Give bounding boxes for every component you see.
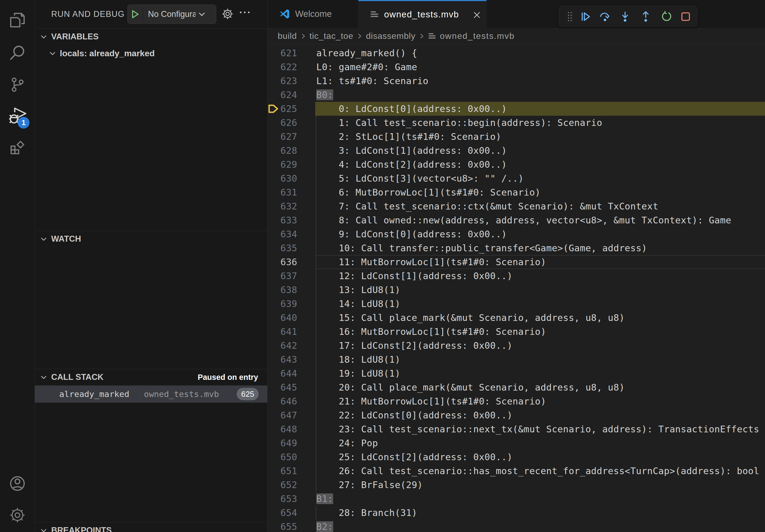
line-number[interactable]: 640 [268, 311, 297, 325]
line-number[interactable]: 621 [268, 46, 297, 60]
settings-gear-icon[interactable] [0, 500, 35, 530]
code-line-649[interactable]: 24: Pop [316, 436, 378, 450]
more-actions-icon[interactable]: ··· [239, 0, 252, 27]
line-number[interactable]: 624 [268, 88, 297, 102]
search-icon[interactable] [0, 38, 35, 68]
code-line-647[interactable]: 22: LdConst[0](address: 0x00..) [316, 408, 512, 422]
line-number[interactable]: 653 [268, 492, 297, 506]
files-icon[interactable] [0, 5, 35, 35]
drag-handle[interactable] [564, 11, 576, 23]
code-line-650[interactable]: 25: LdConst[2](address: 0x00..) [316, 450, 512, 464]
section-watch[interactable]: WATCH [35, 231, 267, 247]
breadcrumb-item[interactable]: disassembly [366, 31, 415, 41]
start-debug-button[interactable] [128, 5, 143, 24]
line-number[interactable]: 637 [268, 269, 297, 283]
code-line-644[interactable]: 19: LdU8(1) [316, 367, 400, 381]
line-number[interactable]: 647 [268, 408, 297, 422]
code-line-653[interactable]: B1: [316, 492, 333, 506]
restart-button[interactable] [661, 11, 672, 23]
line-number[interactable]: 636 [268, 255, 297, 269]
code-line-635[interactable]: 10: Call transfer::public_transfer<Game>… [316, 241, 647, 255]
debug-launch-control[interactable]: No Configurations [127, 5, 216, 24]
line-number[interactable]: 644 [268, 367, 297, 381]
line-number[interactable]: 655 [268, 520, 297, 532]
breadcrumb-item[interactable]: tic_tac_toe [310, 31, 354, 41]
code-line-648[interactable]: 23: Call test_scenario::next_tx(&mut Sce… [316, 422, 759, 436]
line-number[interactable]: 627 [268, 130, 297, 143]
line-number[interactable]: 646 [268, 394, 297, 408]
code-line-621[interactable]: already_marked() { [316, 46, 417, 60]
line-number[interactable]: 642 [268, 339, 297, 353]
line-number[interactable]: 628 [268, 143, 297, 157]
line-number[interactable]: 638 [268, 283, 297, 297]
line-number[interactable]: 651 [268, 464, 297, 478]
extensions-icon[interactable] [0, 133, 35, 162]
code-line-632[interactable]: 7: Call test_scenario::ctx(&mut Scenario… [316, 199, 658, 213]
tab-owned-tests[interactable]: owned_tests.mvb [359, 0, 486, 28]
code-line-636[interactable]: 11: MutBorrowLoc[1](ts#1#0: Scenario) [316, 255, 546, 269]
code-line-652[interactable]: 27: BrFalse(29) [316, 478, 423, 492]
account-icon[interactable] [0, 469, 35, 498]
line-number[interactable]: 622 [268, 60, 297, 74]
line-number[interactable]: 632 [268, 199, 297, 213]
code-line-638[interactable]: 13: LdU8(1) [316, 283, 400, 297]
code-line-639[interactable]: 14: LdU8(1) [316, 297, 400, 311]
code-line-623[interactable]: L1: ts#1#0: Scenario [316, 74, 428, 88]
line-number[interactable]: 654 [268, 506, 297, 520]
call-stack-frame[interactable]: already_marked owned_tests.mvb 625 [35, 386, 267, 402]
code-editor[interactable]: 621already_marked() {622L0: game#2#0: Ga… [268, 45, 765, 532]
breadcrumb-item[interactable]: owned_tests.mvb [440, 31, 515, 41]
code-line-640[interactable]: 15: Call place_mark(&mut Scenario, addre… [316, 311, 625, 325]
code-line-622[interactable]: L0: game#2#0: Game [316, 60, 417, 74]
line-number[interactable]: 623 [268, 74, 297, 88]
variables-scope-locals[interactable]: locals: already_marked [35, 45, 267, 62]
debug-settings-gear-icon[interactable] [220, 6, 236, 22]
line-number[interactable]: 626 [268, 116, 297, 130]
code-line-646[interactable]: 21: MutBorrowLoc[1](ts#1#0: Scenario) [316, 394, 546, 408]
code-line-627[interactable]: 2: StLoc[1](ts#1#0: Scenario) [316, 130, 501, 143]
section-breakpoints[interactable]: BREAKPOINTS [35, 522, 267, 532]
code-line-625[interactable]: 0: LdConst[0](address: 0x00..) [316, 102, 507, 116]
code-line-633[interactable]: 8: Call owned::new(address, address, vec… [316, 213, 731, 227]
line-number[interactable]: 631 [268, 185, 297, 199]
line-number[interactable]: 650 [268, 450, 297, 464]
code-line-637[interactable]: 12: LdConst[1](address: 0x00..) [316, 269, 512, 283]
code-line-655[interactable]: B2: [316, 520, 333, 532]
breadcrumb-item[interactable]: build [278, 31, 297, 41]
code-line-634[interactable]: 9: LdConst[0](address: 0x00..) [316, 227, 507, 241]
code-line-651[interactable]: 26: Call test_scenario::has_most_recent_… [316, 464, 759, 478]
source-control-icon[interactable] [0, 70, 35, 100]
code-line-643[interactable]: 18: LdU8(1) [316, 353, 400, 367]
code-line-641[interactable]: 16: MutBorrowLoc[1](ts#1#0: Scenario) [316, 325, 546, 339]
step-out-button[interactable] [640, 11, 652, 23]
code-line-630[interactable]: 5: LdConst[3](vector<u8>: "" /..) [316, 171, 524, 185]
line-number[interactable]: 625 [268, 102, 297, 116]
code-line-631[interactable]: 6: MutBorrowLoc[1](ts#1#0: Scenario) [316, 185, 541, 199]
line-number[interactable]: 629 [268, 157, 297, 171]
step-into-button[interactable] [619, 11, 631, 23]
code-line-629[interactable]: 4: LdConst[2](address: 0x00..) [316, 157, 507, 171]
line-number[interactable]: 645 [268, 381, 297, 394]
run-debug-icon[interactable] [0, 102, 35, 131]
line-number[interactable]: 639 [268, 297, 297, 311]
line-number[interactable]: 633 [268, 213, 297, 227]
continue-button[interactable] [580, 11, 591, 23]
line-number[interactable]: 643 [268, 353, 297, 367]
line-number[interactable]: 652 [268, 478, 297, 492]
code-line-628[interactable]: 3: LdConst[1](address: 0x00..) [316, 143, 507, 157]
line-number[interactable]: 635 [268, 241, 297, 255]
section-variables[interactable]: VARIABLES [35, 29, 267, 45]
debug-config-dropdown[interactable]: No Configurations [143, 9, 196, 19]
line-number[interactable]: 630 [268, 171, 297, 185]
code-line-624[interactable]: B0: [316, 88, 333, 102]
line-number[interactable]: 648 [268, 422, 297, 436]
code-line-654[interactable]: 28: Branch(31) [316, 506, 417, 520]
stop-button[interactable] [680, 11, 692, 23]
close-icon[interactable] [472, 10, 482, 20]
code-line-645[interactable]: 20: Call place_mark(&mut Scenario, addre… [316, 381, 625, 394]
step-over-button[interactable] [599, 11, 611, 23]
line-number[interactable]: 641 [268, 325, 297, 339]
line-number[interactable]: 649 [268, 436, 297, 450]
line-number[interactable]: 634 [268, 227, 297, 241]
code-line-626[interactable]: 1: Call test_scenario::begin(address): S… [316, 116, 602, 130]
